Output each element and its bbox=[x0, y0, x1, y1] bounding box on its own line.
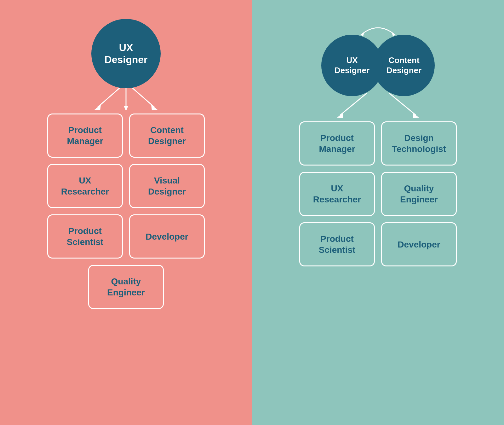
box-pm-left: ProductManager bbox=[47, 114, 123, 158]
box-ps-left: ProductScientist bbox=[47, 214, 123, 259]
box-qe-right: QualityEngineer bbox=[381, 172, 457, 216]
svg-marker-11 bbox=[413, 113, 419, 118]
svg-marker-5 bbox=[151, 105, 158, 110]
box-uxr-right: UXResearcher bbox=[299, 172, 375, 216]
svg-marker-3 bbox=[124, 106, 128, 111]
left-grid: ProductManager ContentDesigner UXResearc… bbox=[47, 114, 205, 309]
ux-designer-circle-left: UXDesigner bbox=[91, 19, 161, 88]
box-uxr-left: UXResearcher bbox=[47, 164, 123, 208]
right-panel: UXDesigner ContentDesigner ProductManage… bbox=[252, 0, 504, 425]
bi-arrow-svg bbox=[346, 22, 410, 38]
box-cd-left: ContentDesigner bbox=[129, 114, 205, 158]
arrows-right-svg bbox=[306, 93, 450, 121]
ux-designer-circle-right: UXDesigner bbox=[321, 35, 383, 96]
double-circles-wrapper: UXDesigner ContentDesigner bbox=[321, 22, 435, 96]
box-vd-left: VisualDesigner bbox=[129, 164, 205, 208]
svg-line-4 bbox=[129, 85, 154, 107]
arrows-right bbox=[265, 93, 491, 121]
arrows-left-svg bbox=[63, 85, 189, 114]
box-dev-left: Developer bbox=[129, 214, 205, 259]
double-circles: UXDesigner ContentDesigner bbox=[321, 35, 435, 96]
box-dev-right: Developer bbox=[381, 222, 457, 266]
left-panel: UXDesigner ProductManager ContentDesigne… bbox=[0, 0, 252, 425]
box-qe-left: QualityEngineer bbox=[88, 265, 164, 309]
circle-left-label: UXDesigner bbox=[105, 42, 148, 66]
right-grid: ProductManager DesignTechnologist UXRese… bbox=[299, 121, 457, 266]
svg-line-8 bbox=[340, 93, 367, 115]
svg-line-0 bbox=[98, 85, 123, 107]
svg-marker-1 bbox=[94, 105, 101, 110]
box-pm-right: ProductManager bbox=[299, 121, 375, 166]
arrows-left bbox=[13, 85, 239, 114]
box-ps-right: ProductScientist bbox=[299, 222, 375, 266]
svg-marker-9 bbox=[337, 113, 343, 118]
box-dt-right: DesignTechnologist bbox=[381, 121, 457, 166]
svg-line-10 bbox=[389, 93, 416, 115]
